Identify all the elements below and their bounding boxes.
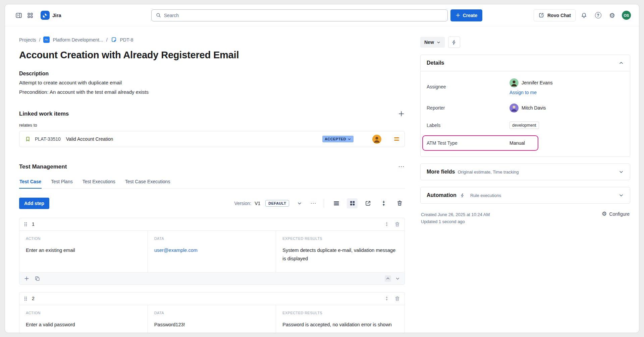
breadcrumb-separator2: /: [106, 37, 108, 43]
version-dropdown-chevron-icon[interactable]: [297, 201, 302, 206]
automation-quick-button[interactable]: [448, 37, 460, 48]
drag-handle-icon[interactable]: [24, 296, 28, 301]
test-management-more-button[interactable]: [398, 163, 405, 170]
linked-work-items-heading: Linked work items: [19, 111, 69, 117]
labels-label: Labels: [427, 123, 509, 128]
step-data-cell[interactable]: DATA Password123!: [148, 305, 276, 333]
status-dropdown-label: New: [424, 40, 434, 45]
chevron-down-icon: [619, 169, 624, 175]
test-management-tabs: Test Case Test Plans Test Executions Tes…: [19, 179, 405, 189]
step-expected-text: Password is accepted, no validation erro…: [282, 321, 398, 329]
automation-header[interactable]: Automation Rule executions: [421, 187, 630, 203]
panel-left-icon: [15, 12, 22, 19]
linked-item-summary[interactable]: Valid Account Creation: [66, 136, 113, 142]
rovo-chat-button[interactable]: Rovo Chat: [534, 9, 576, 21]
user-avatar[interactable]: OS: [622, 11, 631, 20]
notifications-button[interactable]: [578, 10, 590, 21]
open-in-new-button[interactable]: [363, 198, 373, 208]
status-badge[interactable]: ACCEPTED: [322, 136, 354, 142]
linked-work-item-row[interactable]: PLAT-33510 Valid Account Creation ACCEPT…: [19, 131, 405, 147]
add-linked-item-button[interactable]: [398, 110, 405, 117]
step-expected-cell[interactable]: EXPECTED RESULTS Password is accepted, n…: [276, 305, 405, 333]
page-title: Account Creation with Already Registered…: [19, 50, 405, 61]
tab-test-case[interactable]: Test Case: [19, 179, 42, 189]
tab-test-plans[interactable]: Test Plans: [51, 179, 73, 188]
reporter-label: Reporter: [427, 105, 509, 111]
step-data-text[interactable]: user@example.com: [154, 246, 270, 255]
linked-item-key[interactable]: PLAT-33510: [35, 136, 61, 142]
breadcrumb-issue-key[interactable]: PDT-8: [120, 37, 133, 43]
search-input[interactable]: [164, 13, 443, 18]
created-timestamp: Created June 26, 2025 at 10:24 AM: [421, 211, 490, 218]
collapse-all-button[interactable]: [378, 198, 389, 208]
app-name: Jira: [52, 12, 61, 18]
assign-to-me-link[interactable]: Assign to me: [509, 90, 537, 95]
top-navigation-bar: Jira Create Rovo Chat: [5, 4, 639, 26]
chevron-down-icon: [619, 193, 624, 198]
expected-column-label: EXPECTED RESULTS: [282, 311, 398, 315]
move-step-up-icon[interactable]: [385, 275, 391, 282]
version-default-badge: DEFAULT: [265, 200, 289, 207]
breadcrumb-project[interactable]: Platform Development...: [53, 37, 103, 43]
jira-logo-icon: [41, 11, 50, 20]
list-view-button[interactable]: [331, 198, 342, 208]
tab-test-executions[interactable]: Test Executions: [82, 179, 116, 188]
help-icon: ?: [595, 12, 601, 18]
details-panel-header[interactable]: Details: [421, 55, 630, 71]
lightning-icon: [451, 40, 457, 45]
atm-test-type-row[interactable]: ATM Test Type Manual: [427, 136, 624, 150]
list-view-icon: [333, 200, 340, 207]
app-switcher-button[interactable]: [24, 10, 36, 21]
jira-home-link[interactable]: Jira: [41, 11, 61, 20]
atm-test-type-label: ATM Test Type: [427, 140, 509, 146]
expected-column-label: EXPECTED RESULTS: [282, 237, 398, 241]
label-chip-development[interactable]: development: [509, 122, 539, 129]
atm-test-type-value: Manual: [509, 140, 624, 146]
delete-step-icon[interactable]: [394, 296, 400, 301]
step-expected-text: System detects duplicate e-mail, validat…: [282, 246, 398, 263]
reporter-value[interactable]: Mitch Davis: [509, 104, 624, 113]
data-column-label: DATA: [154, 311, 270, 315]
delete-step-icon[interactable]: [394, 221, 400, 227]
assignee-name: Jennifer Evans: [522, 80, 553, 85]
step-action-cell[interactable]: ACTION Enter a valid password: [19, 305, 148, 333]
duplicate-step-icon[interactable]: [35, 276, 40, 281]
status-dropdown-button[interactable]: New: [420, 37, 445, 48]
configure-button[interactable]: ⚙ Configure: [602, 211, 630, 217]
link-relation-label: relates to: [19, 123, 405, 128]
create-button[interactable]: Create: [450, 9, 483, 21]
help-button[interactable]: ?: [592, 10, 604, 21]
move-step-down-icon[interactable]: [395, 276, 400, 281]
drag-handle-icon[interactable]: [24, 222, 28, 227]
tab-test-case-executions[interactable]: Test Case Executions: [125, 179, 171, 188]
more-fields-header[interactable]: More fields Original estimate, Time trac…: [421, 164, 630, 180]
insert-step-icon[interactable]: [24, 276, 30, 281]
collapse-step-icon[interactable]: [384, 296, 389, 301]
collapse-step-icon[interactable]: [384, 221, 389, 227]
bell-icon: [581, 12, 587, 19]
step-data-cell[interactable]: DATA user@example.com: [148, 231, 276, 272]
step-action-text: Enter an existing email: [26, 246, 141, 255]
updated-timestamp: Updated 1 second ago: [421, 218, 490, 225]
breadcrumb: Projects / Platform Development... / PDT…: [19, 37, 405, 43]
step-expected-cell[interactable]: EXPECTED RESULTS System detects duplicat…: [276, 231, 405, 272]
collapse-sidebar-button[interactable]: [13, 10, 24, 21]
grid-view-button[interactable]: [347, 198, 358, 208]
delete-version-button[interactable]: [394, 198, 405, 208]
version-more-button[interactable]: [310, 200, 317, 207]
grid-view-icon: [349, 200, 356, 206]
step-action-cell[interactable]: ACTION Enter an existing email: [19, 231, 148, 272]
priority-medium-icon: [394, 137, 399, 141]
test-step-1: 1 ACTION Enter an: [19, 218, 405, 285]
more-fields-heading: More fields: [427, 169, 455, 175]
global-search[interactable]: [151, 9, 448, 21]
breadcrumb-projects[interactable]: Projects: [19, 37, 36, 43]
trash-icon: [396, 200, 403, 206]
assignee-value[interactable]: Jennifer Evans: [509, 78, 624, 87]
settings-button[interactable]: ⚙: [606, 10, 618, 21]
add-step-button[interactable]: Add step: [19, 198, 49, 209]
linked-item-assignee-avatar[interactable]: [372, 135, 381, 144]
step-number: 1: [32, 221, 35, 227]
description-line-2: Precondition: An account with the test e…: [19, 89, 405, 95]
assignee-avatar: [509, 78, 519, 87]
